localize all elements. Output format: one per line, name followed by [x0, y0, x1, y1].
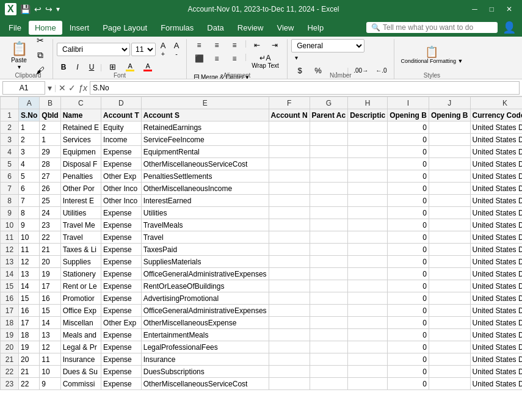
undo-icon[interactable]: ↩	[34, 4, 42, 14]
currency-button[interactable]: $	[291, 64, 308, 77]
table-cell[interactable]	[310, 121, 348, 134]
table-cell[interactable]	[429, 366, 470, 378]
table-cell[interactable]	[310, 219, 348, 231]
row-header[interactable]: 18	[1, 317, 19, 329]
table-cell[interactable]: Expense	[101, 231, 142, 244]
cell-expand-icon[interactable]: ▾	[48, 83, 52, 93]
close-icon[interactable]: ✕	[501, 4, 517, 15]
col-header-g[interactable]: G	[310, 97, 348, 109]
table-cell[interactable]	[310, 366, 348, 378]
table-cell[interactable]	[348, 121, 388, 134]
increase-indent-button[interactable]: ⇥	[266, 39, 283, 51]
table-cell[interactable]	[269, 207, 310, 219]
table-cell[interactable]: Services	[60, 134, 101, 146]
table-cell[interactable]	[429, 317, 470, 329]
table-cell[interactable]: Disposal F	[60, 158, 101, 170]
table-cell[interactable]	[310, 268, 348, 280]
table-cell[interactable]: EntertainmentMeals	[141, 329, 269, 341]
table-cell[interactable]	[429, 134, 470, 146]
conditional-formatting-button[interactable]: 📋 Conditional Formatting ▼	[398, 44, 466, 66]
table-cell[interactable]	[269, 170, 310, 183]
table-cell[interactable]: United States Dollar	[470, 207, 522, 219]
table-cell[interactable]: United States Dollar	[470, 341, 522, 353]
align-right-button[interactable]: ≡	[226, 52, 243, 70]
table-cell[interactable]: Other Inco	[101, 195, 142, 207]
table-cell[interactable]: United States Dollar	[470, 244, 522, 256]
align-top-center-button[interactable]: ≡	[208, 39, 225, 51]
search-input[interactable]	[383, 23, 493, 32]
table-cell[interactable]: 29	[40, 146, 60, 158]
table-cell[interactable]: Income	[101, 134, 142, 146]
table-cell[interactable]: United States Dollar	[470, 353, 522, 366]
table-cell[interactable]: RetainedEarnings	[141, 121, 269, 134]
table-cell[interactable]	[348, 158, 388, 170]
table-cell[interactable]: 14	[40, 317, 60, 329]
table-cell[interactable]: 0	[388, 353, 429, 366]
table-cell[interactable]: 17	[19, 317, 40, 329]
table-cell[interactable]: 0	[388, 341, 429, 353]
table-cell[interactable]: 0	[388, 244, 429, 256]
table-cell[interactable]: Equipmen	[60, 146, 101, 158]
account-icon[interactable]: 👤	[499, 20, 520, 35]
table-cell[interactable]: 2	[19, 134, 40, 146]
col-header-f[interactable]: F	[269, 97, 310, 109]
table-cell[interactable]	[348, 195, 388, 207]
table-cell[interactable]: Expense	[101, 219, 142, 231]
table-cell[interactable]: United States Dollar	[470, 329, 522, 341]
table-cell[interactable]: AdvertisingPromotional	[141, 292, 269, 305]
table-cell[interactable]	[348, 146, 388, 158]
table-cell[interactable]: Expense	[101, 158, 142, 170]
table-cell[interactable]	[429, 305, 470, 317]
table-cell[interactable]: 0	[388, 329, 429, 341]
number-format-dialog-button[interactable]: ▾	[291, 52, 301, 63]
table-cell[interactable]	[348, 317, 388, 329]
table-cell[interactable]	[348, 134, 388, 146]
table-cell[interactable]	[429, 292, 470, 305]
minimize-icon[interactable]: ─	[467, 4, 482, 15]
row-header[interactable]: 15	[1, 280, 19, 292]
table-cell[interactable]	[310, 195, 348, 207]
table-cell[interactable]: 0	[388, 366, 429, 378]
table-cell[interactable]: OtherMiscellaneousIncome	[141, 183, 269, 195]
table-cell[interactable]: 0	[388, 183, 429, 195]
table-cell[interactable]: United States Dollar	[470, 231, 522, 244]
function-icon[interactable]: ƒx	[78, 83, 87, 93]
table-cell[interactable]: 28	[40, 158, 60, 170]
table-cell[interactable]: Opening B	[388, 109, 429, 121]
table-cell[interactable]: United States Dollar	[470, 268, 522, 280]
table-cell[interactable]	[310, 317, 348, 329]
table-cell[interactable]	[429, 280, 470, 292]
increase-decimal-button[interactable]: .00→	[350, 65, 371, 76]
table-cell[interactable]: Parent Ac	[310, 109, 348, 121]
menu-view[interactable]: View	[270, 21, 300, 35]
table-cell[interactable]	[348, 170, 388, 183]
table-cell[interactable]: EquipmentRental	[141, 146, 269, 158]
row-header[interactable]: 19	[1, 329, 19, 341]
table-cell[interactable]: Descriptic	[348, 109, 388, 121]
align-center-button[interactable]: ≡	[208, 52, 225, 70]
table-cell[interactable]	[429, 378, 470, 390]
table-cell[interactable]: Name	[60, 109, 101, 121]
table-cell[interactable]: 12	[19, 256, 40, 268]
table-cell[interactable]: 26	[40, 183, 60, 195]
table-cell[interactable]: 0	[388, 280, 429, 292]
table-cell[interactable]: 0	[388, 378, 429, 390]
table-cell[interactable]: 0	[388, 268, 429, 280]
borders-button[interactable]: ⊞	[104, 60, 121, 73]
align-top-right-button[interactable]: ≡	[226, 39, 243, 51]
table-cell[interactable]	[269, 219, 310, 231]
table-cell[interactable]	[310, 256, 348, 268]
redo-icon[interactable]: ↪	[45, 4, 53, 14]
table-cell[interactable]: United States Dollar	[470, 195, 522, 207]
table-cell[interactable]	[269, 268, 310, 280]
table-cell[interactable]: 9	[19, 219, 40, 231]
table-cell[interactable]: Insurance	[141, 353, 269, 366]
table-cell[interactable]: Travel Me	[60, 219, 101, 231]
table-cell[interactable]	[310, 231, 348, 244]
table-cell[interactable]: OtherMiscellaneousServiceCost	[141, 378, 269, 390]
table-cell[interactable]: Expense	[101, 353, 142, 366]
row-header[interactable]: 22	[1, 366, 19, 378]
table-cell[interactable]: 27	[40, 170, 60, 183]
row-header[interactable]: 13	[1, 256, 19, 268]
table-cell[interactable]: 20	[40, 256, 60, 268]
